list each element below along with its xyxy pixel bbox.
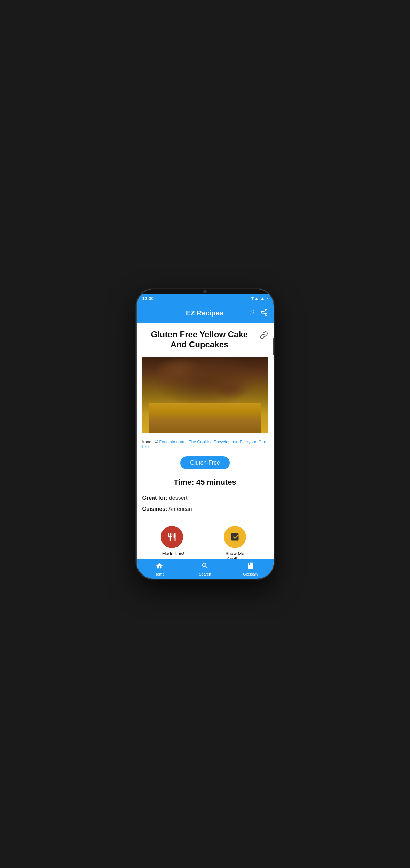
made-this-circle (161, 526, 183, 548)
home-icon (156, 562, 163, 571)
nav-glossary[interactable]: Glossary (228, 562, 274, 576)
svg-line-3 (263, 313, 265, 314)
cuisines-label: Cuisines: (142, 506, 167, 512)
tag-container: Gluten-Free (137, 453, 274, 472)
another-recipe-circle (224, 526, 246, 548)
nav-search[interactable]: Search (182, 562, 228, 576)
share-icon[interactable] (260, 308, 268, 318)
made-this-label: I Made This! (159, 551, 184, 556)
camera (203, 290, 207, 293)
status-time: 12:30 (142, 296, 154, 301)
recipe-image-container (142, 357, 268, 433)
great-for-row: Great for: dessert (142, 494, 268, 502)
made-this-action[interactable]: I Made This! (159, 526, 184, 556)
battery-icon: ▪ (266, 296, 268, 301)
recipe-title-section: Gluten Free Yellow Cake And Cupcakes (137, 323, 274, 353)
favorite-icon[interactable]: ♡ (248, 308, 255, 318)
great-for-label: Great for: (142, 495, 168, 501)
cuisines-value: American (168, 506, 192, 512)
status-icons: ▼▲ ▲ ▪ (251, 296, 268, 301)
signal-icon: ▲ (260, 296, 265, 301)
recipe-title: Gluten Free Yellow Cake And Cupcakes (142, 330, 257, 350)
app-bar: EZ Recipes ♡ (137, 303, 274, 323)
details-section: Great for: dessert Cuisines: American (137, 492, 274, 522)
svg-line-4 (263, 310, 265, 312)
content-area: Gluten Free Yellow Cake And Cupcakes Ima… (137, 323, 274, 572)
gluten-free-tag[interactable]: Gluten-Free (180, 456, 229, 469)
search-label: Search (199, 572, 211, 576)
phone-top-bezel (137, 289, 274, 294)
status-bar: 12:30 ▼▲ ▲ ▪ (137, 294, 274, 303)
side-button (273, 338, 274, 355)
nav-home[interactable]: Home (137, 562, 182, 576)
wifi-icon: ▼▲ (251, 296, 259, 301)
image-credit-prefix: Image © (142, 440, 159, 444)
time-section: Time: 45 minutes (137, 472, 274, 492)
home-label: Home (154, 572, 164, 576)
image-credit-link[interactable]: Foodista.com – The Cooking Encyclopedia … (142, 440, 266, 449)
glossary-icon (247, 562, 254, 571)
recipe-image (142, 357, 268, 433)
app-title: EZ Recipes (162, 309, 248, 317)
app-bar-actions: ♡ (248, 308, 268, 318)
search-nav-icon (201, 562, 209, 571)
glossary-label: Glossary (243, 572, 258, 576)
image-credit: Image © Foodista.com – The Cooking Encyc… (137, 437, 274, 453)
great-for-value: dessert (169, 495, 187, 501)
cuisines-row: Cuisines: American (142, 505, 268, 513)
phone-frame: 12:30 ▼▲ ▲ ▪ EZ Recipes ♡ Gluten Free Ye… (137, 289, 274, 579)
link-icon[interactable] (260, 331, 268, 341)
bottom-nav: Home Search Glossary (137, 559, 274, 579)
